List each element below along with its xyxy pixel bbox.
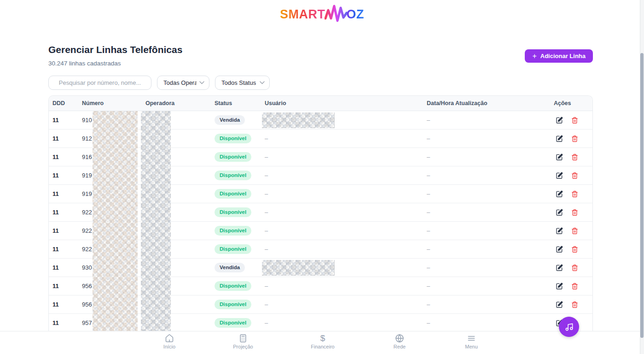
censored-usuario-block [262,112,335,128]
usuario-value: – [265,301,268,308]
delete-button[interactable] [571,264,578,271]
acoes-cell [554,209,592,216]
ddd-cell: 11 [52,209,82,216]
ddd-cell: 11 [52,227,82,234]
status-badge: Disponível [215,318,251,328]
ddd-cell: 11 [52,264,82,271]
censored-usuario-block [262,260,335,276]
delete-button[interactable] [571,227,578,235]
nav-item-projecao[interactable]: Projeção [224,334,262,349]
nav-item-menu[interactable]: Menu [452,334,491,349]
status-cell: Disponível [215,226,265,236]
status-badge: Disponível [215,226,251,236]
column-header-numero: Número [82,100,145,106]
menu-icon [467,334,476,343]
delete-button[interactable] [571,246,578,253]
usuario-value: – [265,319,268,326]
trash-icon [571,283,578,290]
scrollbar-thumb[interactable] [640,53,644,338]
delete-button[interactable] [571,190,578,198]
search-input[interactable] [48,76,151,90]
delete-button[interactable] [571,172,578,179]
logo-text-oz: OZ [347,7,365,22]
status-cell: Disponível [215,207,265,218]
acoes-cell [554,283,592,290]
operator-filter-value: Todas Operado [163,79,197,86]
status-cell: Disponível [215,171,265,181]
plus-icon: + [532,53,536,60]
chevron-down-icon [199,81,204,84]
status-filter-value: Todos Status [221,79,256,86]
usuario-value: – [265,153,268,160]
edit-icon [556,190,563,198]
edit-button[interactable] [556,153,563,161]
acoes-cell [554,227,592,235]
trash-icon [571,117,578,124]
acoes-cell [554,153,592,161]
nav-label-projecao: Projeção [233,344,253,349]
ddd-cell: 11 [52,172,82,179]
usuario-cell [265,112,427,128]
status-cell: Disponível [215,244,265,254]
globe-icon [395,334,404,343]
data-hora-cell: – [427,153,554,160]
status-filter-select[interactable]: Todos Status [215,76,270,90]
status-cell: Disponível [215,152,265,162]
app: SMART OZ Gerenciar Linhas Telefônicas 30… [0,0,644,354]
nav-item-inicio[interactable]: Início [150,334,189,349]
logo: SMART OZ [0,4,644,25]
edit-icon [556,264,563,271]
trash-icon [571,190,578,198]
edit-button[interactable] [556,190,563,198]
delete-button[interactable] [571,209,578,216]
ddd-cell: 11 [52,301,82,308]
edit-button[interactable] [556,301,563,308]
trash-icon [571,135,578,142]
usuario-value: – [265,246,268,253]
delete-button[interactable] [571,135,578,142]
edit-icon [556,172,563,179]
data-hora-cell: – [427,172,554,179]
add-line-button[interactable]: + Adicionar Linha [525,49,593,63]
trash-icon [571,246,578,253]
delete-button[interactable] [571,153,578,161]
data-hora-cell: – [427,246,554,253]
delete-button[interactable] [571,117,578,124]
delete-button[interactable] [571,283,578,290]
status-badge: Vendida [215,115,245,125]
scrollbar-track[interactable] [640,0,644,354]
edit-button[interactable] [556,135,563,142]
usuario-value: – [265,283,268,289]
ddd-cell: 11 [52,190,82,197]
edit-button[interactable] [556,209,563,216]
filter-bar: Todas Operado Todos Status [48,76,270,90]
status-badge: Disponível [215,207,251,218]
ddd-cell: 11 [52,246,82,253]
delete-button[interactable] [571,301,578,308]
calculator-icon [238,334,248,343]
music-fab-button[interactable] [559,317,579,337]
edit-button[interactable] [556,264,563,271]
censored-operadora-column [141,111,171,334]
acoes-cell [554,117,592,124]
page-heading-group: Gerenciar Linhas Telefônicas 30.247 linh… [48,44,182,67]
usuario-cell: – [265,135,427,142]
nav-item-rede[interactable]: Rede [380,334,419,349]
usuario-value: – [265,190,268,197]
operator-filter-select[interactable]: Todas Operado [157,76,209,90]
edit-button[interactable] [556,172,563,179]
edit-button[interactable] [556,117,563,124]
status-cell: Vendida [215,263,265,273]
usuario-cell: – [265,190,427,197]
dollar-icon: $ [320,334,325,343]
acoes-cell [554,172,592,179]
usuario-cell: – [265,172,427,179]
column-header-operadora: Operadora [145,100,215,106]
usuario-value: – [265,135,268,142]
ddd-cell: 11 [52,283,82,289]
logo-text-smart: SMART [280,7,325,22]
edit-button[interactable] [556,283,563,290]
edit-button[interactable] [556,246,563,253]
nav-item-financeiro[interactable]: $ Financeiro [303,334,342,349]
edit-button[interactable] [556,227,563,235]
